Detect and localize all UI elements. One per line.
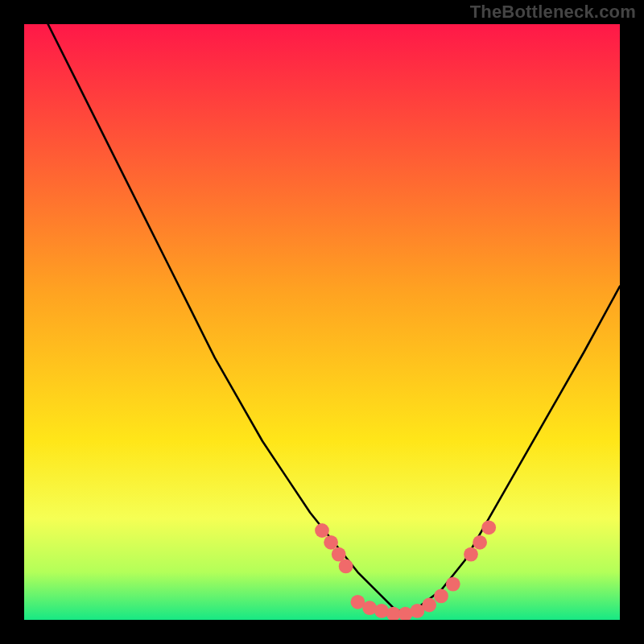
marker-dot <box>446 577 460 592</box>
marker-dot <box>315 523 329 538</box>
marker-dot <box>473 535 487 550</box>
chart-svg <box>24 24 620 620</box>
marker-dot <box>332 547 346 562</box>
marker-dot <box>374 604 389 618</box>
watermark-text: TheBottleneck.com <box>470 2 636 23</box>
chart-frame: TheBottleneck.com <box>0 0 644 644</box>
marker-dot <box>362 601 377 615</box>
marker-dot <box>422 598 436 613</box>
marker-dot <box>324 535 338 550</box>
marker-dot <box>339 559 353 574</box>
marker-dot <box>464 547 478 562</box>
chart-plot <box>24 24 620 620</box>
marker-dot <box>481 520 496 535</box>
marker-dot <box>434 589 448 604</box>
